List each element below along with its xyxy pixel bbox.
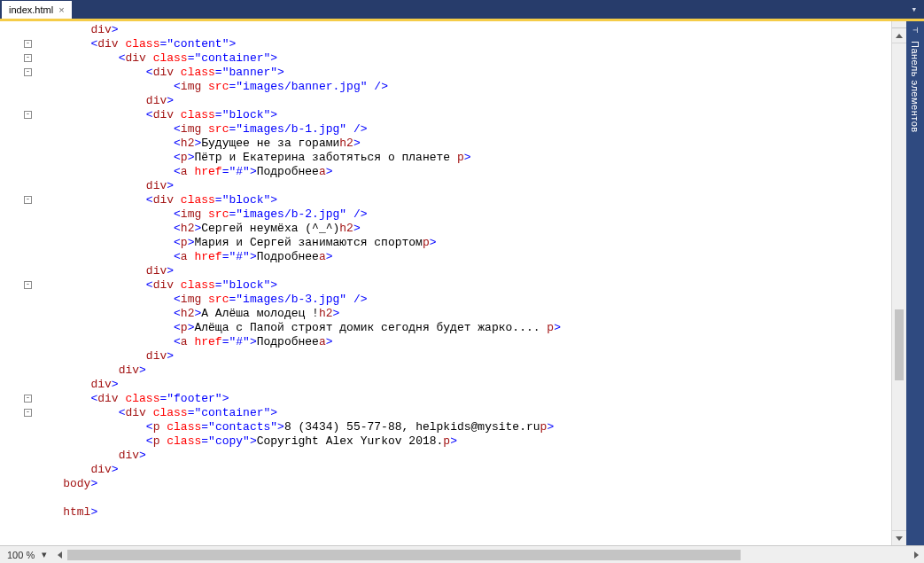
code-line[interactable]: <p>Мария и Сергей занимаются спортомp> (35, 236, 891, 250)
code-line[interactable]: div> (35, 23, 891, 37)
code-line[interactable]: <a href="#">Подробнееa> (35, 250, 891, 264)
code-line[interactable]: div> (35, 463, 891, 477)
fold-toggle-icon[interactable]: - (24, 111, 32, 119)
zoom-dropdown-icon[interactable]: ▾ (40, 549, 49, 560)
code-line[interactable]: <h2>А Алёша молодец !h2> (35, 307, 891, 321)
code-line[interactable]: <p>Пётр и Екатерина заботяться о планете… (35, 151, 891, 165)
hscroll-right-button[interactable] (909, 548, 924, 562)
code-line[interactable]: <img src="images/b-3.jpg" /> (35, 293, 891, 307)
fold-toggle-icon[interactable]: - (24, 281, 32, 289)
tab-overflow-chevron-icon[interactable]: ▾ (911, 4, 917, 15)
code-line[interactable]: <div class="block"> (35, 193, 891, 207)
chevron-up-icon (896, 34, 903, 38)
code-line[interactable]: <div class="banner"> (35, 66, 891, 80)
code-line[interactable]: div> (35, 378, 891, 392)
code-line[interactable]: <p class="contacts">8 (3434) 55-77-88, h… (35, 420, 891, 434)
chevron-left-icon (58, 551, 62, 559)
fold-gutter: -------- (0, 21, 35, 545)
scroll-thumb[interactable] (895, 309, 904, 380)
fold-toggle-icon[interactable]: - (24, 68, 32, 76)
vertical-scrollbar[interactable] (891, 21, 906, 545)
main-area: -------- div> <div class="content"> <div… (0, 21, 924, 545)
code-line[interactable]: <div class="block"> (35, 278, 891, 293)
code-line[interactable]: <img src="images/banner.jpg" /> (35, 80, 891, 94)
code-editor[interactable]: div> <div class="content"> <div class="c… (35, 21, 891, 545)
toolbox-collapsed-panel[interactable]: ⊣ Панель элементов (906, 21, 924, 545)
hscroll-thumb[interactable] (67, 550, 741, 560)
fold-toggle-icon[interactable]: - (24, 40, 32, 48)
code-line[interactable]: div> (35, 94, 891, 108)
hscroll-left-button[interactable] (52, 548, 67, 562)
fold-toggle-icon[interactable]: - (24, 54, 32, 62)
code-line[interactable]: div> (35, 264, 891, 278)
code-line[interactable]: <a href="#">Подробнееa> (35, 335, 891, 349)
chevron-right-icon (914, 551, 919, 559)
code-line[interactable]: <h2>Сергей неумёха (^_^)h2> (35, 222, 891, 236)
scroll-down-button[interactable] (892, 530, 906, 545)
code-line[interactable]: body> (35, 477, 891, 491)
zoom-level[interactable]: 100 % (0, 550, 40, 560)
code-line[interactable]: div> (35, 349, 891, 364)
code-line[interactable]: <h2>Будущее не за горамиh2> (35, 137, 891, 151)
code-line[interactable]: <img src="images/b-1.jpg" /> (35, 122, 891, 137)
scroll-up-button[interactable] (892, 28, 906, 43)
horizontal-scrollbar[interactable] (52, 548, 924, 562)
chevron-down-icon (896, 536, 903, 541)
scroll-track[interactable] (892, 43, 906, 530)
code-line[interactable]: <a href="#">Подробнееa> (35, 165, 891, 179)
code-line[interactable]: div> (35, 449, 891, 463)
fold-toggle-icon[interactable]: - (24, 395, 32, 403)
pin-icon[interactable]: ⊣ (912, 25, 918, 35)
code-line[interactable]: div> (35, 364, 891, 378)
code-line[interactable]: <div class="content"> (35, 37, 891, 51)
code-line[interactable]: html> (35, 505, 891, 520)
code-line[interactable]: <div class="container"> (35, 51, 891, 66)
app-root: index.html × ▾ -------- div> <div class=… (0, 0, 924, 563)
hscroll-track[interactable] (67, 548, 909, 562)
code-line[interactable]: <img src="images/b-2.jpg" /> (35, 207, 891, 222)
code-line[interactable]: <div class="block"> (35, 108, 891, 122)
code-line[interactable]: <div class="footer"> (35, 392, 891, 406)
toolbox-label: Панель элементов (910, 41, 920, 133)
fold-toggle-icon[interactable]: - (24, 409, 32, 417)
code-line[interactable]: <div class="container"> (35, 406, 891, 420)
code-line[interactable]: div> (35, 179, 891, 193)
code-line[interactable]: <p class="copy">Copyright Alex Yurkov 20… (35, 434, 891, 449)
code-line[interactable]: <p>Алёща с Папой строят домик сегодня бу… (35, 321, 891, 335)
close-icon[interactable]: × (58, 5, 64, 15)
status-bar: 100 % ▾ (0, 545, 924, 563)
split-handle[interactable] (892, 21, 906, 28)
tab-title: index.html (9, 4, 53, 15)
document-tab-indexhtml[interactable]: index.html × (2, 1, 72, 19)
document-tab-bar: index.html × ▾ (0, 0, 924, 19)
fold-toggle-icon[interactable]: - (24, 196, 32, 204)
code-line[interactable] (35, 491, 891, 505)
